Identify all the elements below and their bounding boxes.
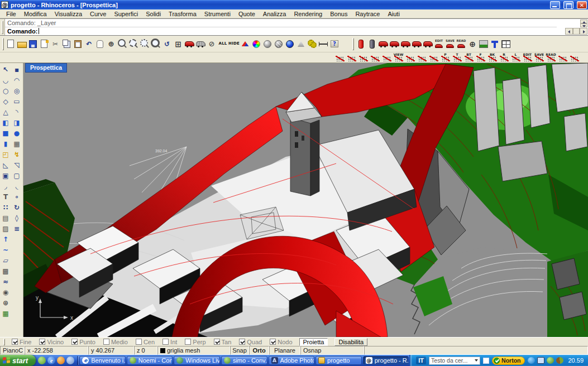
- capsule-dark-button[interactable]: [367, 39, 377, 49]
- cylinder-button[interactable]: ▮: [0, 138, 11, 149]
- ungroup-button[interactable]: ▢: [11, 170, 22, 181]
- group-button[interactable]: ▣: [0, 170, 11, 181]
- language-indicator[interactable]: IT: [416, 357, 426, 364]
- spotlight-button[interactable]: [296, 39, 307, 49]
- mesh-bt-button[interactable]: BT: [463, 52, 475, 62]
- menu-8[interactable]: Quote: [235, 10, 259, 18]
- cut-button[interactable]: ✂: [50, 39, 61, 49]
- pipe-button[interactable]: ~: [0, 244, 11, 255]
- search-go-button[interactable]: [483, 358, 489, 364]
- osnap-9[interactable]: Nodo: [270, 339, 292, 345]
- mesh-r-button[interactable]: R: [499, 52, 510, 62]
- surface-button[interactable]: ◧: [0, 117, 11, 128]
- color-wheel-button[interactable]: [251, 39, 262, 49]
- osnap-7[interactable]: Tan: [214, 339, 232, 345]
- plug-button[interactable]: [490, 39, 500, 49]
- trim-button[interactable]: ◺: [0, 160, 11, 170]
- rotate-view-button[interactable]: ⊕: [106, 39, 117, 49]
- mesh-p-button[interactable]: P: [440, 52, 451, 62]
- quicklaunch-search-icon[interactable]: [66, 357, 74, 364]
- render-sphere-button[interactable]: [262, 39, 273, 49]
- extrude-button[interactable]: ↑: [0, 234, 11, 244]
- osnap-checkbox[interactable]: [239, 339, 245, 345]
- car-render-button[interactable]: [184, 39, 195, 49]
- car-3-button[interactable]: [400, 39, 411, 49]
- mesh-edit-button[interactable]: EDIT: [522, 52, 533, 62]
- split-button[interactable]: ◹: [11, 160, 22, 170]
- chamfer-button[interactable]: ◟: [11, 181, 22, 191]
- show-all-button[interactable]: ALL: [218, 39, 228, 49]
- car-terrain-button[interactable]: ▦: [0, 308, 11, 319]
- render-textured-button[interactable]: [274, 39, 284, 49]
- task-folder-progetto[interactable]: progetto: [315, 356, 362, 365]
- proietta-button[interactable]: Proietta: [299, 338, 328, 346]
- mesh-pick-button[interactable]: [569, 52, 580, 62]
- osnap-checkbox[interactable]: [136, 339, 142, 345]
- open-file-button[interactable]: [17, 39, 27, 49]
- target-button[interactable]: ⊕: [467, 39, 478, 49]
- capsule-red-button[interactable]: [356, 39, 366, 49]
- osnap-3[interactable]: Medio: [103, 339, 128, 345]
- osnap-2[interactable]: Punto: [71, 339, 95, 345]
- offset-button[interactable]: ≈: [0, 276, 11, 287]
- point-button[interactable]: ▪: [11, 64, 22, 75]
- command-scroll-left[interactable]: [565, 28, 573, 35]
- car-edit-button[interactable]: EDIT: [434, 39, 444, 49]
- norton-badge[interactable]: Norton: [492, 357, 525, 365]
- quicklaunch-messenger-icon[interactable]: [38, 357, 46, 364]
- osnap-6[interactable]: Perp: [185, 339, 205, 345]
- mesh-3-button[interactable]: [358, 52, 369, 62]
- surface-corner-button[interactable]: ◨: [11, 117, 22, 128]
- rotate-button[interactable]: ↻: [11, 202, 22, 213]
- menu-10[interactable]: Rendering: [290, 10, 326, 18]
- task-rhino-progetto[interactable]: @ progetto - R...: [363, 356, 409, 365]
- mesh-save-button[interactable]: SAVE: [534, 52, 545, 62]
- osnap-checkbox[interactable]: [162, 339, 169, 345]
- osnap-8[interactable]: Quad: [239, 339, 262, 345]
- tray-messenger-icon[interactable]: [547, 357, 554, 364]
- quicklaunch-media-player-icon[interactable]: [57, 357, 65, 364]
- mesh-2-button[interactable]: [346, 52, 357, 62]
- restore-button[interactable]: [563, 1, 573, 9]
- menu-1[interactable]: Modifica: [20, 10, 51, 18]
- osnap-toggle[interactable]: Osnap: [300, 346, 364, 355]
- paste-button[interactable]: [73, 39, 83, 49]
- zoom-in-button[interactable]: [117, 39, 128, 49]
- orto-toggle[interactable]: Orto: [249, 346, 269, 355]
- osnap-checkbox[interactable]: [39, 339, 45, 345]
- task-photoshop[interactable]: A Adobe Photo...: [269, 356, 315, 365]
- task-msn-noemi[interactable]: Noemi - Con...: [127, 356, 173, 365]
- planare-toggle[interactable]: Planare: [269, 346, 300, 355]
- osnap-0[interactable]: Fine: [12, 339, 31, 345]
- help-button[interactable]: ?: [329, 39, 340, 49]
- new-file-button[interactable]: [6, 39, 16, 49]
- copy-button[interactable]: [61, 39, 72, 49]
- minimize-button[interactable]: [550, 1, 560, 9]
- lamp-button[interactable]: ◉: [0, 287, 11, 297]
- pan-view-button[interactable]: [95, 39, 106, 49]
- menu-6[interactable]: Trasforma: [165, 10, 200, 18]
- menu-12[interactable]: Raytrace: [351, 10, 384, 18]
- disabilita-button[interactable]: Disabilita: [334, 338, 367, 346]
- car-1-button[interactable]: [378, 39, 389, 49]
- command-scroll-thumb[interactable]: [573, 28, 580, 35]
- car-2-button[interactable]: [389, 39, 400, 49]
- mesh-5-button[interactable]: [381, 52, 393, 62]
- section-circle-button[interactable]: ⊘: [207, 39, 217, 49]
- osnap-checkbox[interactable]: [12, 339, 18, 345]
- menu-13[interactable]: Aiuti: [384, 10, 403, 18]
- menu-7[interactable]: Strumenti: [200, 10, 235, 18]
- osnap-grip[interactable]: [3, 339, 5, 345]
- polyline-button[interactable]: △: [0, 107, 11, 117]
- options-gears-button[interactable]: [307, 39, 318, 49]
- ellipse-button[interactable]: ◎: [11, 85, 22, 96]
- osnap-checkbox[interactable]: [214, 339, 220, 345]
- osnap-1[interactable]: Vicino: [39, 339, 64, 345]
- polygon-button[interactable]: ◇: [0, 96, 11, 107]
- align-button[interactable]: ≡: [11, 223, 22, 234]
- osnap-5[interactable]: Int: [162, 339, 177, 345]
- tray-display-icon[interactable]: [537, 357, 544, 364]
- undo-button[interactable]: ↶: [84, 39, 94, 49]
- planar-button[interactable]: ▱: [0, 255, 11, 266]
- viewport-tab[interactable]: Prospettica: [25, 63, 67, 73]
